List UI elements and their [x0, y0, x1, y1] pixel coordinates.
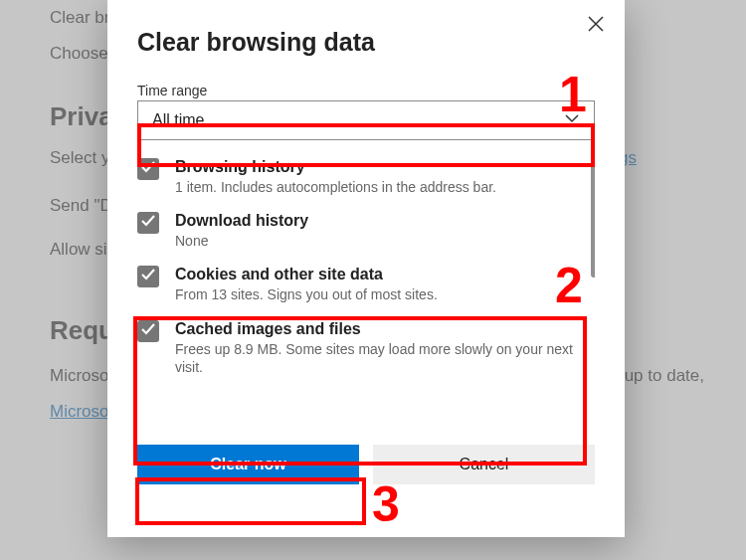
item-title: Browsing history — [175, 158, 496, 176]
checkmark-icon — [140, 213, 156, 233]
item-desc: From 13 sites. Signs you out of most sit… — [175, 285, 438, 303]
checkbox-cookies[interactable] — [137, 266, 159, 287]
list-item: Cookies and other site data From 13 site… — [137, 266, 595, 303]
item-desc: None — [175, 232, 308, 250]
list-item: Browsing history 1 item. Includes autoco… — [137, 158, 595, 196]
checkmark-icon — [140, 159, 156, 179]
close-button[interactable] — [581, 10, 611, 40]
cancel-button[interactable]: Cancel — [373, 445, 595, 484]
dialog-title: Clear browsing data — [137, 28, 595, 57]
clear-now-button[interactable]: Clear now — [137, 445, 359, 484]
data-type-list: Browsing history 1 item. Includes autoco… — [137, 158, 595, 437]
close-icon — [588, 16, 604, 35]
clear-browsing-data-dialog: Clear browsing data Time range All time … — [107, 0, 625, 537]
checkbox-cache[interactable] — [137, 320, 159, 342]
time-range-select[interactable]: All time — [137, 100, 595, 140]
item-title: Cached images and files — [175, 320, 595, 338]
list-item: Download history None — [137, 212, 595, 250]
checkmark-icon — [140, 321, 156, 341]
time-range-value: All time — [152, 111, 204, 129]
time-range-label: Time range — [137, 83, 595, 98]
item-title: Cookies and other site data — [175, 266, 438, 283]
list-item: Cached images and files Frees up 8.9 MB.… — [137, 320, 595, 376]
item-desc: Frees up 8.9 MB. Some sites may load mor… — [175, 340, 595, 376]
checkmark-icon — [140, 267, 156, 286]
item-desc: 1 item. Includes autocompletions in the … — [175, 178, 496, 196]
chevron-down-icon — [564, 110, 580, 130]
dialog-buttons: Clear now Cancel — [137, 445, 595, 484]
scrollbar-thumb[interactable] — [591, 158, 595, 278]
item-title: Download history — [175, 212, 308, 230]
checkbox-browsing-history[interactable] — [137, 158, 159, 180]
checkbox-download-history[interactable] — [137, 212, 159, 234]
